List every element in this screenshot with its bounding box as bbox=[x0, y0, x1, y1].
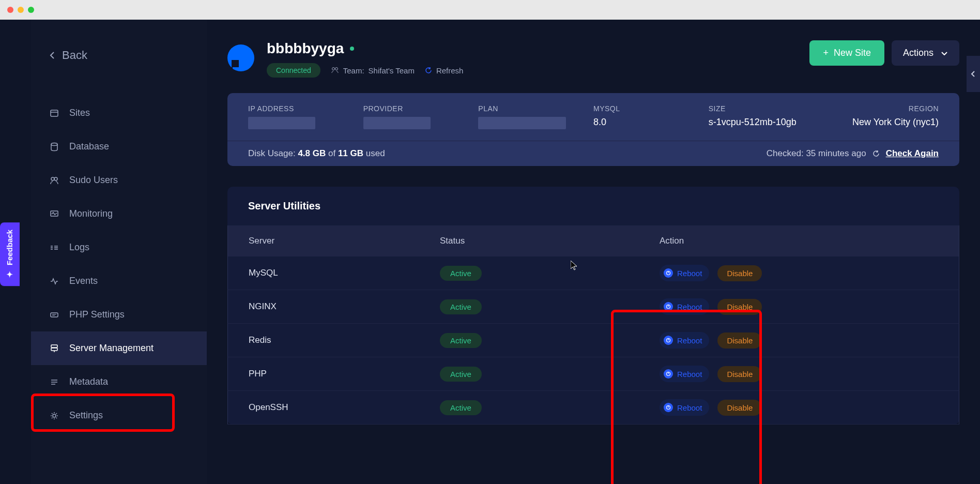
size-value: s-1vcpu-512mb-10gb bbox=[709, 117, 824, 128]
gear-icon bbox=[50, 411, 59, 420]
svg-point-3 bbox=[51, 177, 54, 180]
sidebar-item-label: PHP Settings bbox=[69, 309, 125, 320]
ip-label: IP ADDRESS bbox=[248, 104, 363, 113]
sidebar-item-label: Monitoring bbox=[69, 208, 113, 219]
svg-rect-9 bbox=[51, 345, 57, 347]
status-dot-icon bbox=[350, 47, 354, 51]
table-row: OpenSSH Active Reboot Disable bbox=[227, 391, 959, 425]
close-window-button[interactable] bbox=[7, 7, 13, 13]
sidebar-item-events[interactable]: Events bbox=[31, 264, 207, 298]
sidebar-item-metadata[interactable]: Metadata bbox=[31, 365, 207, 399]
power-icon bbox=[664, 403, 673, 412]
monitoring-icon bbox=[50, 209, 59, 219]
mysql-value: 8.0 bbox=[593, 117, 709, 128]
disable-button[interactable]: Disable bbox=[717, 366, 762, 382]
disable-button[interactable]: Disable bbox=[717, 265, 762, 281]
sidebar-item-label: Sudo Users bbox=[69, 175, 118, 186]
power-icon bbox=[664, 302, 673, 311]
feedback-label: Feedback bbox=[6, 230, 14, 265]
server-name: OpenSSH bbox=[249, 402, 440, 413]
status-badge: Active bbox=[440, 367, 482, 382]
team-info[interactable]: Team: Shifat's Team bbox=[331, 66, 415, 75]
sidebar-item-label: Metadata bbox=[69, 376, 108, 387]
sidebar-item-label: Logs bbox=[69, 242, 89, 253]
sidebar-item-database[interactable]: Database bbox=[31, 130, 207, 163]
server-info-bar: IP ADDRESS PROVIDER PLAN MYSQL 8.0 SIZE bbox=[227, 93, 959, 141]
back-label: Back bbox=[62, 49, 87, 62]
svg-point-16 bbox=[332, 68, 334, 70]
sites-icon bbox=[50, 109, 59, 118]
provider-logo bbox=[227, 44, 254, 71]
collapse-panel-button[interactable] bbox=[967, 56, 980, 92]
chevron-left-icon bbox=[971, 70, 976, 78]
server-name: PHP bbox=[249, 369, 440, 379]
power-icon bbox=[664, 268, 673, 278]
sidebar-item-sites[interactable]: Sites bbox=[31, 96, 207, 130]
power-icon bbox=[664, 336, 673, 345]
region-label: REGION bbox=[823, 104, 939, 113]
utilities-title: Server Utilities bbox=[227, 187, 959, 225]
plan-value-redacted bbox=[478, 117, 566, 129]
connected-badge: Connected bbox=[267, 63, 320, 78]
chevron-left-icon bbox=[50, 51, 55, 59]
sidebar: Back Sites Database bbox=[31, 20, 207, 484]
refresh-button[interactable]: Refresh bbox=[425, 66, 464, 75]
events-icon bbox=[50, 277, 59, 286]
server-icon bbox=[50, 344, 59, 353]
page-header: bbbbbyyga Connected Team: Shifat's Team bbox=[227, 40, 959, 78]
actions-dropdown[interactable]: Actions bbox=[892, 40, 959, 66]
refresh-icon bbox=[425, 67, 432, 74]
sidebar-item-sudo-users[interactable]: Sudo Users bbox=[31, 163, 207, 197]
table-row: MySQL Active Reboot Disable bbox=[227, 256, 959, 290]
chevron-down-icon bbox=[941, 51, 948, 55]
status-badge: Active bbox=[440, 299, 482, 314]
reboot-button[interactable]: Reboot bbox=[660, 399, 709, 416]
provider-label: PROVIDER bbox=[363, 104, 479, 113]
sidebar-item-label: Settings bbox=[69, 410, 103, 421]
reboot-button[interactable]: Reboot bbox=[660, 366, 709, 382]
back-button[interactable]: Back bbox=[31, 40, 207, 70]
table-header: Server Status Action bbox=[227, 225, 959, 256]
svg-point-15 bbox=[53, 414, 56, 417]
sidebar-item-server-management[interactable]: Server Management bbox=[31, 331, 207, 365]
disable-button[interactable]: Disable bbox=[717, 299, 762, 315]
team-icon bbox=[331, 66, 339, 74]
col-status-header: Status bbox=[440, 236, 660, 246]
minimize-window-button[interactable] bbox=[18, 7, 24, 13]
svg-point-2 bbox=[51, 143, 57, 145]
check-again-button[interactable]: Check Again bbox=[886, 148, 939, 159]
disable-button[interactable]: Disable bbox=[717, 332, 762, 349]
sidebar-item-logs[interactable]: Logs bbox=[31, 231, 207, 264]
sidebar-item-php-settings[interactable]: PHP Settings bbox=[31, 298, 207, 331]
title-bar bbox=[0, 0, 980, 20]
sparkle-icon: ✦ bbox=[5, 269, 14, 279]
users-icon bbox=[50, 176, 59, 185]
sidebar-item-monitoring[interactable]: Monitoring bbox=[31, 197, 207, 231]
plus-icon: + bbox=[823, 48, 829, 58]
mysql-label: MYSQL bbox=[593, 104, 709, 113]
server-name: Redis bbox=[249, 335, 440, 345]
sidebar-item-settings[interactable]: Settings bbox=[31, 399, 207, 432]
server-name: NGINX bbox=[249, 301, 440, 312]
disable-button[interactable]: Disable bbox=[717, 400, 762, 416]
checked-time-text: Checked: 35 minutes ago bbox=[767, 148, 866, 159]
reboot-button[interactable]: Reboot bbox=[660, 265, 709, 281]
reboot-button[interactable]: Reboot bbox=[660, 332, 709, 349]
metadata-icon bbox=[50, 377, 59, 387]
sidebar-item-label: Database bbox=[69, 141, 109, 152]
reboot-button[interactable]: Reboot bbox=[660, 298, 709, 315]
main-content: bbbbbyyga Connected Team: Shifat's Team bbox=[207, 20, 980, 484]
server-name: MySQL bbox=[249, 268, 440, 278]
php-icon bbox=[50, 310, 59, 320]
disk-usage-bar: Disk Usage: 4.8 GB of 11 GB used Checked… bbox=[227, 141, 959, 166]
maximize-window-button[interactable] bbox=[28, 7, 34, 13]
svg-rect-10 bbox=[51, 348, 57, 351]
feedback-tab[interactable]: ✦ Feedback bbox=[0, 222, 20, 286]
status-badge: Active bbox=[440, 400, 482, 415]
svg-rect-6 bbox=[51, 313, 58, 317]
sidebar-item-label: Sites bbox=[69, 108, 90, 118]
new-site-button[interactable]: + New Site bbox=[809, 40, 884, 66]
nav: Sites Database Sudo Users bbox=[31, 96, 207, 432]
refresh-icon bbox=[872, 150, 880, 157]
status-badge: Active bbox=[440, 266, 482, 281]
